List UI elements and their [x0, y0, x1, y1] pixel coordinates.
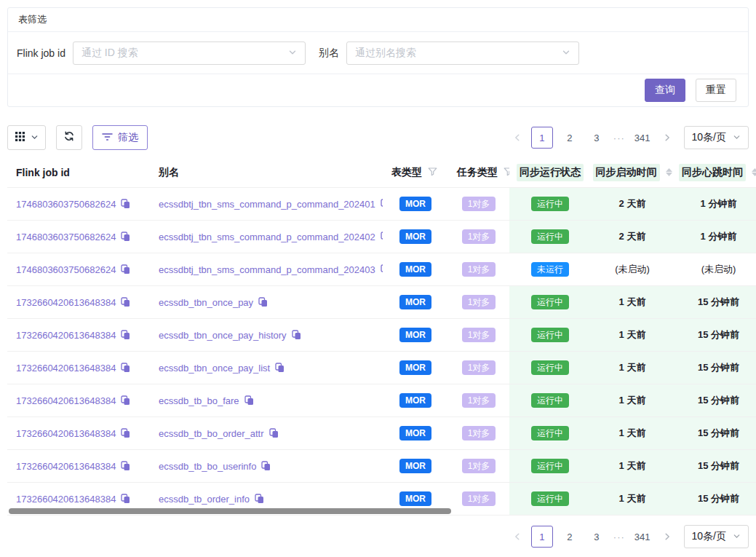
alias-placeholder: 通过别名搜索: [355, 47, 416, 60]
table-type-cell: MOR: [383, 319, 448, 351]
page-size-label: 10条/页: [692, 131, 726, 144]
chevron-down-icon: [288, 47, 297, 60]
pagination-next-button[interactable]: [660, 526, 675, 547]
job-id-cell: 1732660420613648384: [7, 319, 150, 351]
table-type-cell: MOR: [383, 417, 448, 449]
table-type-cell: MOR: [383, 450, 448, 482]
horizontal-scrollbar-thumb[interactable]: [9, 508, 451, 514]
alias-link[interactable]: ecssdb_tbn_once_pay_list: [159, 363, 270, 374]
page-size-select[interactable]: 10条/页: [684, 525, 749, 548]
sync-status-cell: 运行中: [509, 221, 591, 253]
pagination-prev-button[interactable]: [510, 127, 525, 148]
alias-select[interactable]: 通过别名搜索: [346, 42, 579, 65]
alias-link[interactable]: ecssdb_tb_bo_userinfo: [159, 461, 256, 472]
filter-funnel-icon[interactable]: [504, 167, 509, 178]
copy-icon[interactable]: [121, 199, 130, 209]
pagination-page-2[interactable]: 2: [560, 127, 580, 148]
pagination-page-1[interactable]: 1: [531, 526, 553, 548]
sync-heartbeat-time-cell: (未启动): [674, 253, 756, 285]
sync-start-time-cell: 2 天前: [591, 188, 674, 220]
pagination-page-341[interactable]: 341: [632, 127, 653, 148]
sorter-icon[interactable]: [752, 168, 756, 176]
table-type-badge: MOR: [399, 426, 431, 441]
alias-link[interactable]: ecssdb_tbn_once_pay_history: [159, 330, 287, 341]
status-badge: 运行中: [531, 459, 569, 473]
status-badge: 运行中: [531, 197, 569, 211]
refresh-button[interactable]: [56, 125, 82, 150]
job-id-link[interactable]: 1732660420613648384: [16, 297, 116, 308]
job-id-link[interactable]: 1732660420613648384: [16, 494, 116, 505]
copy-icon[interactable]: [121, 232, 130, 242]
copy-icon[interactable]: [258, 297, 268, 307]
copy-icon[interactable]: [121, 297, 130, 307]
pagination-page-1[interactable]: 1: [531, 127, 553, 149]
copy-icon[interactable]: [121, 428, 130, 438]
alias-link[interactable]: ecssdb_tb_order_info: [159, 494, 250, 505]
job-id-link[interactable]: 1746803603750682624: [16, 264, 116, 275]
pagination-prev-button[interactable]: [510, 526, 525, 547]
copy-icon[interactable]: [255, 494, 264, 504]
alias-link[interactable]: ecssdb_tb_bo_order_attr: [159, 428, 264, 439]
copy-icon[interactable]: [121, 395, 130, 406]
table-row: 1746803603750682624 ecssdbtj_tbn_sms_com…: [7, 221, 756, 253]
filter-button-label: 筛选: [118, 131, 138, 144]
copy-icon[interactable]: [275, 363, 285, 373]
sync-start-time-cell: (未启动): [591, 253, 674, 285]
copy-icon[interactable]: [121, 461, 130, 471]
pagination-page-341[interactable]: 341: [632, 526, 653, 547]
job-id-link[interactable]: 1732660420613648384: [16, 428, 116, 439]
alias-link[interactable]: ecssdb_tb_bo_fare: [159, 395, 239, 406]
page-size-select[interactable]: 10条/页: [684, 126, 749, 149]
task-type-cell: 1对多: [448, 188, 509, 220]
filter-funnel-icon[interactable]: [428, 167, 437, 178]
filter-button[interactable]: 筛选: [92, 125, 148, 150]
table-row: 1732660420613648384 ecssdb_tb_bo_order_a…: [7, 417, 756, 450]
job-id-cell: 1732660420613648384: [7, 352, 150, 384]
table-type-badge: MOR: [399, 360, 431, 375]
column-header-sync-start-time: 同步启动时间: [591, 157, 674, 187]
job-id-link[interactable]: 1732660420613648384: [16, 395, 116, 406]
pagination-next-button[interactable]: [660, 127, 675, 148]
query-button[interactable]: 查询: [645, 79, 685, 102]
copy-icon[interactable]: [121, 330, 130, 340]
job-id-link[interactable]: 1746803603750682624: [16, 232, 116, 242]
column-settings-button[interactable]: [7, 125, 46, 150]
job-id-link[interactable]: 1746803603750682624: [16, 199, 116, 210]
status-badge: 运行中: [531, 426, 569, 441]
table-type-cell: MOR: [383, 384, 448, 416]
alias-link[interactable]: ecssdbtj_tbn_sms_command_p_command_20240…: [159, 199, 375, 210]
status-badge: 未运行: [531, 262, 569, 277]
sync-heartbeat-time-cell: 15 分钟前: [674, 483, 756, 515]
copy-icon[interactable]: [121, 264, 130, 274]
pagination-ellipsis[interactable]: ···: [613, 133, 625, 143]
pagination-ellipsis[interactable]: ···: [613, 532, 625, 542]
table-row: 1746803603750682624 ecssdbtj_tbn_sms_com…: [7, 253, 756, 286]
sync-heartbeat-time-cell: 15 分钟前: [674, 286, 756, 318]
job-id-link[interactable]: 1732660420613648384: [16, 363, 116, 374]
table-filter-card: 表筛选 Flink job id 通过 ID 搜索 别名 通过别名搜索 查询 重…: [7, 7, 749, 107]
task-type-cell: 1对多: [448, 417, 509, 449]
task-type-badge: 1对多: [462, 426, 496, 441]
copy-icon[interactable]: [244, 395, 254, 406]
alias-link[interactable]: ecssdb_tbn_once_pay: [159, 297, 253, 308]
copy-icon[interactable]: [261, 461, 271, 471]
copy-icon[interactable]: [121, 494, 130, 504]
copy-icon[interactable]: [121, 363, 130, 373]
pagination-page-3[interactable]: 3: [586, 127, 607, 148]
alias-link[interactable]: ecssdbtj_tbn_sms_command_p_command_20240…: [159, 232, 375, 242]
table-type-badge: MOR: [399, 229, 431, 244]
job-id-link[interactable]: 1732660420613648384: [16, 330, 116, 341]
alias-label: 别名: [319, 47, 339, 60]
sorter-icon[interactable]: [666, 168, 672, 176]
pagination-page-2[interactable]: 2: [560, 526, 580, 547]
copy-icon[interactable]: [269, 428, 279, 438]
flink-job-id-select[interactable]: 通过 ID 搜索: [73, 42, 306, 65]
table-row: 1732660420613648384 ecssdb_tb_bo_fare MO…: [7, 384, 756, 417]
table-type-badge: MOR: [399, 328, 431, 342]
reset-button[interactable]: 重置: [696, 79, 736, 102]
table-type-badge: MOR: [399, 262, 431, 277]
pagination-page-3[interactable]: 3: [586, 526, 607, 547]
copy-icon[interactable]: [292, 330, 301, 340]
job-id-link[interactable]: 1732660420613648384: [16, 461, 116, 472]
alias-link[interactable]: ecssdbtj_tbn_sms_command_p_command_20240…: [159, 264, 375, 275]
